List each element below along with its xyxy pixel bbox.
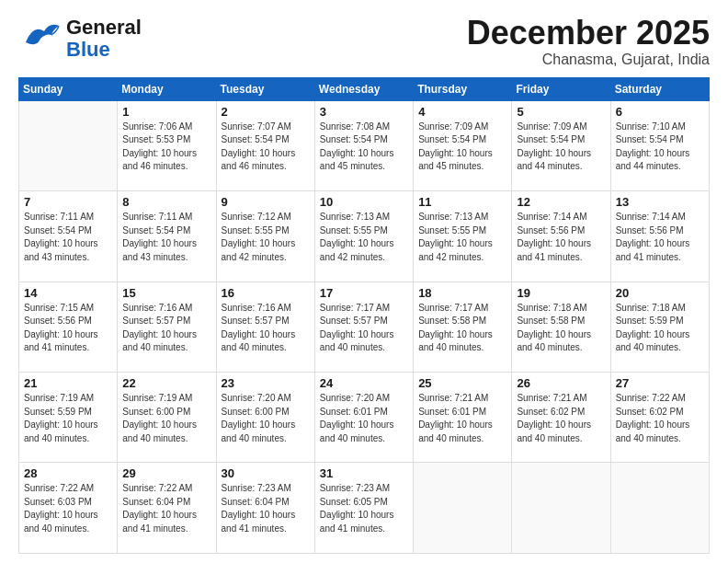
calendar-cell: 27Sunrise: 7:22 AM Sunset: 6:02 PM Dayli…	[610, 373, 709, 463]
calendar-cell: 18Sunrise: 7:17 AM Sunset: 5:58 PM Dayli…	[414, 282, 512, 372]
calendar-cell: 4Sunrise: 7:09 AM Sunset: 5:54 PM Daylig…	[414, 100, 512, 190]
calendar-cell: 25Sunrise: 7:21 AM Sunset: 6:01 PM Dayli…	[414, 373, 512, 463]
calendar-cell: 31Sunrise: 7:23 AM Sunset: 6:05 PM Dayli…	[314, 463, 413, 554]
day-number: 21	[24, 376, 112, 390]
day-info: Sunrise: 7:19 AM Sunset: 6:00 PM Dayligh…	[122, 392, 210, 445]
week-row-3: 14Sunrise: 7:15 AM Sunset: 5:56 PM Dayli…	[19, 282, 710, 372]
day-info: Sunrise: 7:09 AM Sunset: 5:54 PM Dayligh…	[418, 121, 506, 174]
day-info: Sunrise: 7:16 AM Sunset: 5:57 PM Dayligh…	[222, 302, 310, 355]
day-info: Sunrise: 7:08 AM Sunset: 5:54 PM Dayligh…	[320, 121, 408, 174]
day-number: 27	[616, 376, 704, 390]
day-number: 10	[320, 195, 408, 209]
title-block: December 2025 Chanasma, Gujarat, India	[467, 15, 710, 68]
day-info: Sunrise: 7:23 AM Sunset: 6:04 PM Dayligh…	[222, 482, 310, 535]
day-number: 9	[222, 195, 310, 209]
day-number: 17	[320, 286, 408, 300]
day-number: 4	[418, 105, 506, 119]
calendar-cell: 13Sunrise: 7:14 AM Sunset: 5:56 PM Dayli…	[610, 191, 709, 282]
calendar-cell: 16Sunrise: 7:16 AM Sunset: 5:57 PM Dayli…	[216, 282, 314, 372]
day-number: 15	[122, 286, 210, 300]
day-number: 28	[24, 466, 112, 480]
calendar-cell: 23Sunrise: 7:20 AM Sunset: 6:00 PM Dayli…	[216, 373, 314, 463]
calendar-cell: 12Sunrise: 7:14 AM Sunset: 5:56 PM Dayli…	[512, 191, 610, 282]
day-number: 6	[616, 105, 704, 119]
day-number: 26	[517, 376, 605, 390]
day-info: Sunrise: 7:11 AM Sunset: 5:54 PM Dayligh…	[24, 211, 112, 264]
day-info: Sunrise: 7:22 AM Sunset: 6:04 PM Dayligh…	[122, 482, 210, 535]
day-number: 23	[222, 376, 310, 390]
day-info: Sunrise: 7:13 AM Sunset: 5:55 PM Dayligh…	[320, 211, 408, 264]
day-info: Sunrise: 7:07 AM Sunset: 5:54 PM Dayligh…	[222, 121, 310, 174]
day-info: Sunrise: 7:14 AM Sunset: 5:56 PM Dayligh…	[517, 211, 605, 264]
calendar-cell: 9Sunrise: 7:12 AM Sunset: 5:55 PM Daylig…	[216, 191, 314, 282]
calendar-cell	[512, 463, 610, 554]
calendar-cell: 29Sunrise: 7:22 AM Sunset: 6:04 PM Dayli…	[118, 463, 216, 554]
day-info: Sunrise: 7:20 AM Sunset: 6:01 PM Dayligh…	[320, 392, 408, 445]
day-number: 31	[320, 466, 408, 480]
calendar-cell: 26Sunrise: 7:21 AM Sunset: 6:02 PM Dayli…	[512, 373, 610, 463]
day-number: 8	[122, 195, 210, 209]
calendar-cell: 20Sunrise: 7:18 AM Sunset: 5:59 PM Dayli…	[610, 282, 709, 372]
day-number: 5	[517, 105, 605, 119]
day-info: Sunrise: 7:21 AM Sunset: 6:01 PM Dayligh…	[418, 392, 506, 445]
calendar-cell: 1Sunrise: 7:06 AM Sunset: 5:53 PM Daylig…	[118, 100, 216, 190]
day-info: Sunrise: 7:16 AM Sunset: 5:57 PM Dayligh…	[122, 302, 210, 355]
day-number: 22	[122, 376, 210, 390]
weekday-header-friday: Friday	[512, 77, 610, 100]
weekday-header-tuesday: Tuesday	[216, 77, 314, 100]
day-info: Sunrise: 7:06 AM Sunset: 5:53 PM Dayligh…	[122, 121, 210, 174]
calendar-cell: 5Sunrise: 7:09 AM Sunset: 5:54 PM Daylig…	[512, 100, 610, 190]
day-number: 11	[418, 195, 506, 209]
calendar-cell: 22Sunrise: 7:19 AM Sunset: 6:00 PM Dayli…	[118, 373, 216, 463]
day-number: 1	[122, 105, 210, 119]
week-row-5: 28Sunrise: 7:22 AM Sunset: 6:03 PM Dayli…	[19, 463, 710, 554]
header: General Blue December 2025 Chanasma, Guj…	[18, 15, 710, 68]
calendar-table: SundayMondayTuesdayWednesdayThursdayFrid…	[18, 77, 710, 554]
day-info: Sunrise: 7:21 AM Sunset: 6:02 PM Dayligh…	[517, 392, 605, 445]
calendar-cell: 10Sunrise: 7:13 AM Sunset: 5:55 PM Dayli…	[314, 191, 413, 282]
logo-text: General Blue	[66, 17, 142, 61]
calendar-cell	[610, 463, 709, 554]
day-info: Sunrise: 7:22 AM Sunset: 6:02 PM Dayligh…	[616, 392, 704, 445]
day-info: Sunrise: 7:13 AM Sunset: 5:55 PM Dayligh…	[418, 211, 506, 264]
day-info: Sunrise: 7:17 AM Sunset: 5:57 PM Dayligh…	[320, 302, 408, 355]
day-info: Sunrise: 7:18 AM Sunset: 5:59 PM Dayligh…	[616, 302, 704, 355]
day-number: 12	[517, 195, 605, 209]
day-number: 30	[222, 466, 310, 480]
day-number: 19	[517, 286, 605, 300]
calendar-cell: 6Sunrise: 7:10 AM Sunset: 5:54 PM Daylig…	[610, 100, 709, 190]
day-info: Sunrise: 7:12 AM Sunset: 5:55 PM Dayligh…	[222, 211, 310, 264]
day-number: 16	[222, 286, 310, 300]
weekday-header-sunday: Sunday	[19, 77, 118, 100]
day-info: Sunrise: 7:11 AM Sunset: 5:54 PM Dayligh…	[122, 211, 210, 264]
month-title: December 2025	[467, 15, 710, 52]
week-row-1: 1Sunrise: 7:06 AM Sunset: 5:53 PM Daylig…	[19, 100, 710, 190]
week-row-2: 7Sunrise: 7:11 AM Sunset: 5:54 PM Daylig…	[19, 191, 710, 282]
day-info: Sunrise: 7:22 AM Sunset: 6:03 PM Dayligh…	[24, 482, 112, 535]
calendar-cell: 21Sunrise: 7:19 AM Sunset: 5:59 PM Dayli…	[19, 373, 118, 463]
page: General Blue December 2025 Chanasma, Guj…	[0, 0, 728, 563]
day-number: 14	[24, 286, 112, 300]
day-info: Sunrise: 7:17 AM Sunset: 5:58 PM Dayligh…	[418, 302, 506, 355]
calendar-cell: 14Sunrise: 7:15 AM Sunset: 5:56 PM Dayli…	[19, 282, 118, 372]
day-info: Sunrise: 7:14 AM Sunset: 5:56 PM Dayligh…	[616, 211, 704, 264]
day-info: Sunrise: 7:18 AM Sunset: 5:58 PM Dayligh…	[517, 302, 605, 355]
logo: General Blue	[18, 15, 142, 63]
day-info: Sunrise: 7:10 AM Sunset: 5:54 PM Dayligh…	[616, 121, 704, 174]
calendar-cell: 19Sunrise: 7:18 AM Sunset: 5:58 PM Dayli…	[512, 282, 610, 372]
calendar-cell	[19, 100, 118, 190]
day-info: Sunrise: 7:15 AM Sunset: 5:56 PM Dayligh…	[24, 302, 112, 355]
day-info: Sunrise: 7:09 AM Sunset: 5:54 PM Dayligh…	[517, 121, 605, 174]
weekday-header-row: SundayMondayTuesdayWednesdayThursdayFrid…	[19, 77, 710, 100]
day-info: Sunrise: 7:20 AM Sunset: 6:00 PM Dayligh…	[222, 392, 310, 445]
location: Chanasma, Gujarat, India	[467, 52, 710, 68]
day-number: 20	[616, 286, 704, 300]
calendar-cell	[414, 463, 512, 554]
calendar-cell: 11Sunrise: 7:13 AM Sunset: 5:55 PM Dayli…	[414, 191, 512, 282]
weekday-header-saturday: Saturday	[610, 77, 709, 100]
calendar-cell: 17Sunrise: 7:17 AM Sunset: 5:57 PM Dayli…	[314, 282, 413, 372]
day-number: 3	[320, 105, 408, 119]
day-number: 24	[320, 376, 408, 390]
logo-icon	[18, 15, 63, 63]
weekday-header-monday: Monday	[118, 77, 216, 100]
